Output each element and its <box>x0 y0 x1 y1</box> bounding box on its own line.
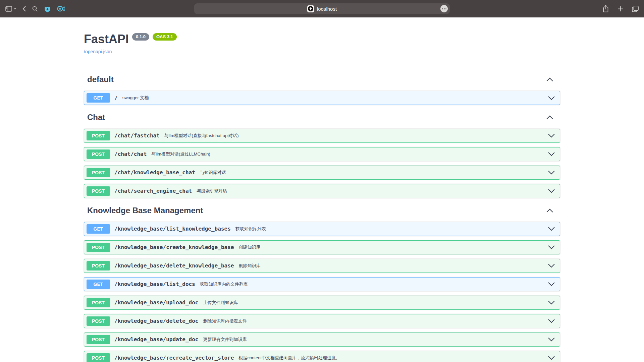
content-blocker-button[interactable] <box>44 5 51 12</box>
share-button[interactable] <box>603 5 609 12</box>
chevron-down-icon[interactable] <box>548 152 555 156</box>
chevron-down-icon[interactable] <box>548 245 555 249</box>
share-icon <box>603 5 609 12</box>
extension-button[interactable] <box>57 5 65 12</box>
endpoint-row[interactable]: GET /knowledge_base/list_knowledge_bases… <box>84 222 560 236</box>
browser-toolbar: localhost <box>0 0 644 17</box>
swagger-page: FastAPI 0.1.0 OAS 3.1 /openapi.json defa… <box>0 17 644 362</box>
endpoint-row[interactable]: POST /knowledge_base/delete_doc 删除知识库内指定… <box>84 314 560 328</box>
method-badge: POST <box>87 316 110 326</box>
tab-overview-button[interactable] <box>632 6 639 12</box>
method-badge: POST <box>87 186 110 196</box>
endpoint-row[interactable]: POST /knowledge_base/create_knowledge_ba… <box>84 240 560 254</box>
chevron-down-icon[interactable] <box>548 170 555 175</box>
sidebar-menu-button[interactable] <box>13 8 16 10</box>
endpoint-description: 与llm模型对话(直接与fastchat api对话) <box>164 133 239 139</box>
chevron-down-icon[interactable] <box>548 282 555 286</box>
page-settings-button[interactable] <box>440 5 448 12</box>
section-title: Knowledge Base Management <box>87 206 203 216</box>
endpoint-row[interactable]: POST /chat/chat 与llm模型对话(通过LLMChain) <box>84 147 560 161</box>
address-bar[interactable]: localhost <box>194 3 450 14</box>
endpoint-path: /chat/chat <box>114 151 147 157</box>
chevron-up-icon[interactable] <box>546 115 553 120</box>
endpoint-path: /knowledge_base/list_knowledge_bases <box>114 226 231 232</box>
endpoint-description: 根据content中文档重建向量库，流式输出处理进度。 <box>238 355 340 361</box>
method-badge: POST <box>87 298 110 307</box>
page-title: FastAPI 0.1.0 OAS 3.1 <box>84 32 560 46</box>
method-badge: POST <box>87 261 110 270</box>
back-button[interactable] <box>22 6 26 12</box>
chevron-down-icon[interactable] <box>548 96 555 100</box>
sidebar-toggle-button[interactable] <box>5 6 12 12</box>
endpoint-description: 获取知识库列表 <box>235 226 266 232</box>
section-operations: GET /knowledge_base/list_knowledge_bases… <box>84 219 560 362</box>
api-tag-section: Knowledge Base Management GET /knowledge… <box>84 202 560 362</box>
endpoint-path: /knowledge_base/upload_doc <box>114 299 198 306</box>
endpoint-row[interactable]: POST /chat/search_engine_chat 与搜索引擎对话 <box>84 184 560 198</box>
api-tag-section: Chat POST /chat/fastchat 与llm模型对话(直接与fas… <box>84 109 560 198</box>
method-badge: GET <box>87 93 110 103</box>
endpoint-path: / <box>114 95 118 101</box>
endpoint-row[interactable]: GET / swagger 文档 <box>84 91 560 105</box>
section-header[interactable]: Knowledge Base Management <box>84 202 560 219</box>
endpoint-description: 获取知识库内的文件列表 <box>200 281 248 287</box>
chevron-down-icon[interactable] <box>548 263 555 268</box>
address-url: localhost <box>317 6 337 12</box>
endpoint-description: 与知识库对话 <box>200 170 226 176</box>
method-badge: POST <box>87 243 110 252</box>
chevron-down-icon[interactable] <box>548 337 555 342</box>
endpoint-description: 与搜索引擎对话 <box>197 188 227 194</box>
endpoint-row[interactable]: POST /knowledge_base/recreate_vector_sto… <box>84 351 560 362</box>
endpoint-row[interactable]: POST /knowledge_base/upload_doc 上传文件到知识库 <box>84 296 560 310</box>
openapi-spec-link[interactable]: /openapi.json <box>84 49 112 54</box>
endpoint-row[interactable]: POST /knowledge_base/delete_knowledge_ba… <box>84 259 560 273</box>
endpoint-path: /knowledge_base/delete_knowledge_base <box>114 262 234 269</box>
method-badge: POST <box>87 131 110 140</box>
chevron-down-icon[interactable] <box>548 319 555 323</box>
endpoint-path: /knowledge_base/create_knowledge_base <box>114 244 234 250</box>
section-header[interactable]: Chat <box>84 109 560 126</box>
endpoint-description: 删除知识库内指定文件 <box>203 318 247 324</box>
oas-badge: OAS 3.1 <box>153 33 177 41</box>
endpoint-row[interactable]: POST /chat/knowledge_base_chat 与知识库对话 <box>84 166 560 180</box>
endpoint-row[interactable]: POST /knowledge_base/update_doc 更新现有文件到知… <box>84 333 560 347</box>
search-button[interactable] <box>32 6 38 12</box>
endpoint-description: 更新现有文件到知识库 <box>203 337 247 343</box>
api-title-text: FastAPI <box>84 32 129 46</box>
endpoint-path: /knowledge_base/list_docs <box>114 281 195 287</box>
sidebar-icon <box>5 6 12 12</box>
section-title: Chat <box>87 113 105 122</box>
concentric-circles-star-icon <box>57 5 65 12</box>
section-operations: POST /chat/fastchat 与llm模型对话(直接与fastchat… <box>84 126 560 198</box>
back-chevron-icon <box>22 6 26 12</box>
api-info: FastAPI 0.1.0 OAS 3.1 /openapi.json <box>84 17 560 55</box>
tabs-overview-icon <box>632 6 639 12</box>
chevron-down-icon[interactable] <box>548 189 555 193</box>
chevron-down-icon[interactable] <box>548 133 555 138</box>
chevron-down-icon[interactable] <box>548 227 555 231</box>
endpoint-path: /chat/fastchat <box>114 132 160 139</box>
search-icon <box>32 6 38 12</box>
endpoint-path: /knowledge_base/delete_doc <box>114 318 198 324</box>
chevron-down-icon[interactable] <box>548 300 555 305</box>
section-header[interactable]: default <box>84 71 560 88</box>
chevron-up-icon[interactable] <box>546 77 553 82</box>
method-badge: POST <box>87 353 110 362</box>
api-sections: default GET / swagger 文档 Chat <box>84 71 560 362</box>
site-favicon <box>307 5 314 12</box>
method-badge: GET <box>87 224 110 234</box>
endpoint-row[interactable]: POST /chat/fastchat 与llm模型对话(直接与fastchat… <box>84 129 560 143</box>
shield-download-icon <box>44 5 51 12</box>
endpoint-path: /chat/search_engine_chat <box>114 188 192 194</box>
chevron-down-icon[interactable] <box>548 356 555 360</box>
endpoint-description: 删除知识库 <box>238 263 260 269</box>
chevron-up-icon[interactable] <box>546 208 553 213</box>
endpoint-path: /knowledge_base/recreate_vector_store <box>114 355 234 361</box>
api-tag-section: default GET / swagger 文档 <box>84 71 560 105</box>
section-title: default <box>87 75 114 84</box>
endpoint-row[interactable]: GET /knowledge_base/list_docs 获取知识库内的文件列… <box>84 277 560 291</box>
new-tab-button[interactable] <box>618 6 623 12</box>
chevron-down-icon <box>13 8 16 10</box>
method-badge: POST <box>87 335 110 344</box>
version-badge: 0.1.0 <box>132 33 149 41</box>
